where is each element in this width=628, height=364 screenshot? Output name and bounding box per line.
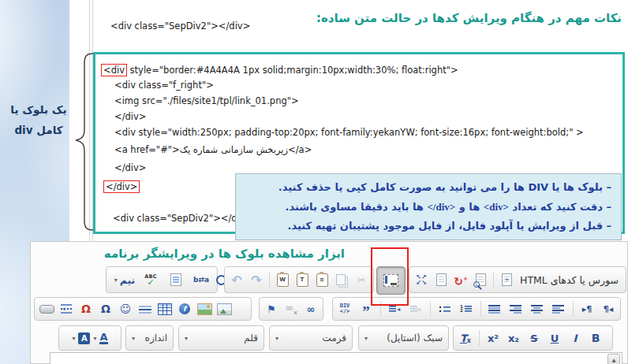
style-label: سبک (استایل) xyxy=(387,332,443,344)
highlight-close-div: </div> xyxy=(103,180,140,193)
strikethrough-button[interactable]: S xyxy=(525,329,543,347)
bold-button[interactable]: B xyxy=(587,329,604,347)
justify-center-button[interactable] xyxy=(529,299,546,318)
toolbar-separator xyxy=(269,272,270,288)
new-page-button[interactable] xyxy=(432,270,450,289)
background-color-button[interactable]: A xyxy=(78,332,90,344)
toolbar-group-source: ↖↗↙↘ ↻+ ‹› سورس یا کدهای HTML xyxy=(409,266,626,293)
style-dropdown[interactable]: ▾ سبک (استایل) xyxy=(358,325,449,351)
toolbar-group-colors: ▾ A ▾ A xyxy=(58,325,121,351)
image-browse-button[interactable] xyxy=(196,299,213,318)
underline-button[interactable]: U xyxy=(546,329,563,347)
spellcheck-button[interactable]: ABC✓ xyxy=(142,270,159,289)
image-button[interactable] xyxy=(215,299,233,318)
scrollbar-up-button[interactable]: ▲ xyxy=(607,354,620,364)
paste-icon: ≡ xyxy=(316,273,328,287)
bulleted-list-button[interactable] xyxy=(436,299,454,318)
copy-icon xyxy=(336,274,346,285)
preview-button[interactable] xyxy=(472,270,489,289)
justify-right-button[interactable] xyxy=(507,299,525,318)
remove-format-button[interactable]: Tx xyxy=(457,329,474,347)
paragraph-ltr-icon: ▸¶ xyxy=(582,304,592,314)
text-direction-ltr-button[interactable]: ▸¶ xyxy=(578,299,596,318)
font-family-dropdown[interactable]: ▾ قلم xyxy=(178,325,264,351)
justify-block-icon xyxy=(488,304,500,314)
maximize-icon: ↖↗↙↘ xyxy=(416,274,426,285)
page-title: نکات مهم در هنگام ویرایش کدها در حالت مت… xyxy=(316,11,622,25)
redo-button[interactable]: ↷ xyxy=(248,270,265,289)
format-dropdown[interactable]: ▾ فرمت xyxy=(269,325,353,351)
numbered-list-button[interactable]: 12 xyxy=(458,299,475,318)
note-line-1: – بلوک ها یا DIV ها را می توانید به صورت… xyxy=(245,178,611,198)
source-code-icon: ‹› xyxy=(502,273,512,286)
table-button[interactable] xyxy=(156,299,174,318)
link-button[interactable]: ∞ xyxy=(302,299,320,318)
anchor-button[interactable]: ⚑ xyxy=(263,299,280,318)
outdent-button[interactable]: ▸ xyxy=(407,299,424,318)
scroll-up-icon: ▲ xyxy=(612,357,616,362)
paste-word-icon: W xyxy=(277,273,289,287)
flash-icon: f xyxy=(179,303,190,314)
font-size-dropdown[interactable]: ▾ اندازه xyxy=(125,325,174,351)
numbered-list-icon: 12 xyxy=(460,305,472,313)
justify-block-button[interactable] xyxy=(486,299,503,318)
unlink-button[interactable]: ∞x xyxy=(282,299,300,318)
source-button-label[interactable]: سورس یا کدهای HTML xyxy=(518,274,621,286)
link-icon: ∞ xyxy=(307,303,316,315)
refresh-button[interactable]: ↻+ xyxy=(452,270,469,289)
paste-as-text-button[interactable]: T xyxy=(293,270,311,289)
button-field-button[interactable] xyxy=(38,299,55,318)
page-break-button[interactable]: ◂ xyxy=(58,299,75,318)
select-all-button[interactable] xyxy=(167,270,185,289)
bulleted-list-icon xyxy=(439,305,450,314)
div-container-icon: DIV</> xyxy=(340,303,350,314)
remove-format-icon: Tx xyxy=(460,332,471,344)
show-blocks-highlight-rect xyxy=(371,247,409,306)
photo-icon xyxy=(197,303,212,315)
chevron-down-icon: ▾ xyxy=(185,335,188,342)
font-family-label: قلم xyxy=(244,332,258,344)
replace-button[interactable]: b⇄a xyxy=(193,270,210,289)
flash-button[interactable]: f xyxy=(176,299,193,318)
chevron-down-icon[interactable]: ▾ xyxy=(72,335,75,342)
special-char-button[interactable]: Ω xyxy=(97,299,114,318)
toolbar-separator xyxy=(493,272,494,288)
blockquote-icon: ” xyxy=(362,309,370,315)
source-button[interactable]: ‹› xyxy=(498,270,515,289)
code-line: <div class="f_right"> xyxy=(114,80,214,91)
paste-button[interactable]: ≡ xyxy=(313,270,331,289)
editor-content-area[interactable]: ▲ xyxy=(50,352,622,364)
copy-button[interactable] xyxy=(333,270,350,289)
font-size-label: اندازه xyxy=(145,332,167,344)
chevron-down-icon: ▾ xyxy=(275,335,278,342)
div-close-tag: </div> xyxy=(427,201,455,213)
paste-from-word-button[interactable]: W xyxy=(274,270,291,289)
brace-label-line2: div کامل xyxy=(5,120,73,140)
italic-button[interactable]: I xyxy=(566,329,584,347)
subscript-button[interactable]: x₂ xyxy=(505,329,522,347)
toolbar-separator xyxy=(479,330,480,346)
paragraph-rtl-icon: ¶◂ xyxy=(604,304,614,314)
toolbar-group-insert: ◂ Ω Ω ☺ f xyxy=(34,297,252,321)
chevron-down-icon[interactable]: ▾ xyxy=(93,335,96,342)
iframe-button[interactable]: Ω xyxy=(77,299,95,318)
page-break-icon: ◂ xyxy=(61,304,72,314)
maximize-button[interactable]: ↖↗↙↘ xyxy=(413,270,430,289)
undo-button[interactable]: ↶ xyxy=(228,270,245,289)
smiley-button[interactable]: ☺ xyxy=(117,299,134,318)
text-color-button[interactable]: A xyxy=(99,332,107,344)
create-div-button[interactable]: DIV</> xyxy=(336,299,353,318)
code-line: <a href="#">زیربخش سازمانی شماره یک</a> xyxy=(114,144,312,155)
justify-left-button[interactable] xyxy=(550,299,567,318)
text-direction-rtl-button[interactable]: ¶◂ xyxy=(600,299,617,318)
omega-red-icon: Ω xyxy=(81,303,91,315)
code-line: </div> xyxy=(103,180,140,193)
half-space-button[interactable]: نیم▾ xyxy=(110,270,140,289)
horizontal-rule-button[interactable] xyxy=(136,299,154,318)
cut-button[interactable]: ✂ xyxy=(353,270,370,289)
superscript-button[interactable]: x² xyxy=(484,329,502,347)
anchor-flag-icon: ⚑ xyxy=(267,303,276,315)
brace-label: یک بلوک یا div کامل xyxy=(5,99,73,140)
code-line: </div> xyxy=(114,162,146,173)
outdent-icon: ▸ xyxy=(410,305,421,313)
